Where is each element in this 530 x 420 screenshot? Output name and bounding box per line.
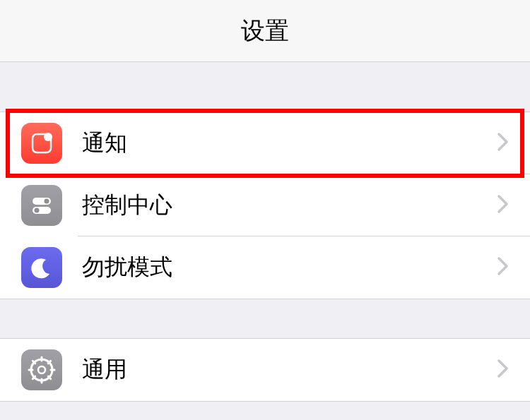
chevron-right-icon (497, 359, 509, 380)
notifications-icon (21, 123, 62, 164)
settings-row-control-center[interactable]: 控制中心 (0, 174, 530, 236)
section-gap (0, 299, 530, 338)
chevron-right-icon (497, 133, 509, 154)
header: 设置 (0, 0, 530, 62)
page-title: 设置 (241, 15, 289, 47)
row-label: 通用 (82, 354, 497, 385)
row-label: 控制中心 (82, 190, 497, 221)
settings-section-1: 通知 控制中心 勿扰模式 (0, 112, 530, 299)
moon-icon (21, 247, 62, 288)
svg-point-7 (38, 366, 45, 373)
settings-row-notifications[interactable]: 通知 (0, 112, 530, 174)
chevron-right-icon (497, 195, 509, 216)
svg-point-5 (35, 208, 40, 213)
chevron-right-icon (497, 257, 509, 278)
gear-icon (21, 349, 62, 390)
svg-point-1 (44, 133, 52, 141)
toggle-icon (21, 185, 62, 226)
settings-row-general[interactable]: 通用 (0, 339, 530, 401)
row-label: 勿扰模式 (82, 252, 497, 283)
svg-point-3 (45, 199, 49, 204)
section-gap (0, 62, 530, 112)
settings-row-do-not-disturb[interactable]: 勿扰模式 (0, 236, 530, 299)
row-label: 通知 (82, 128, 497, 159)
settings-section-2: 通用 (0, 338, 530, 402)
